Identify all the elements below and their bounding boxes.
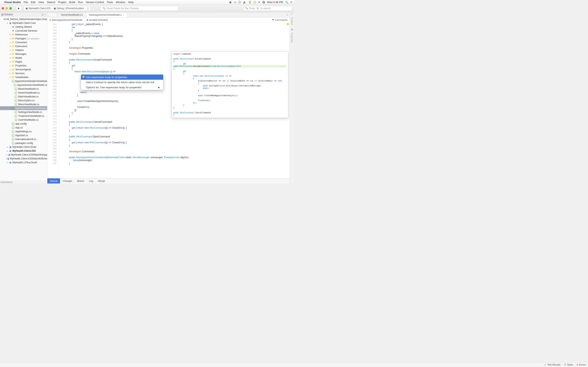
code-editor[interactable]: 1431441451461471481491501511521531541551… [47, 22, 290, 178]
tree-row[interactable]: ▸▣MyHealth.Client.iOSWatchKitExtension [0, 157, 47, 160]
bottom-tab-source[interactable]: Source [47, 178, 60, 184]
nav-forward-button[interactable]: › [53, 13, 56, 17]
menu-view[interactable]: View [38, 1, 44, 4]
menu-icon[interactable]: ≡ [290, 1, 292, 4]
tree-row[interactable]: ▸📁Services [0, 71, 47, 75]
panel-settings-icon[interactable]: ◫ [42, 13, 44, 16]
tree-row[interactable]: ▸📁Properties [0, 64, 47, 67]
tree-row[interactable]: cUserViewModel.cs [0, 118, 47, 122]
tab-newappointmentviewmodel[interactable]: NewAppointmentViewModel.c × [86, 12, 127, 17]
menu-build[interactable]: Build [69, 1, 75, 4]
tree-row[interactable]: ▸📁Messages [0, 52, 47, 56]
wifi-icon[interactable]: ✶ [258, 1, 260, 4]
solution-panel-title: Solution [4, 13, 13, 16]
tree-row[interactable]: cAppStart.cs [0, 133, 47, 137]
properties-tool-icon[interactable]: ▤ [291, 28, 293, 31]
menu-vc[interactable]: Version Control [86, 1, 104, 4]
text-tool-icon[interactable]: T [291, 13, 293, 16]
run-target-selector[interactable]: ▣ MyHealth.Client.iOS › ▣ Debug | iPhone… [24, 6, 90, 11]
tree-row[interactable]: ▸📁Packages(13 updates) [0, 36, 47, 40]
bottom-tab-blame[interactable]: Blame [75, 178, 86, 184]
tree-row[interactable]: ▾📁ViewModels [0, 75, 47, 79]
chevron-right-icon: › [52, 7, 52, 10]
display-icon[interactable]: ▭ [234, 1, 236, 4]
menu-project[interactable]: Project [58, 1, 66, 4]
tree-row[interactable]: cHomeViewModel.cs [0, 91, 47, 95]
close-icon[interactable]: × [123, 14, 124, 16]
editor-area: ‹ › HomeViewModel.cs NewAppointmentViewM… [47, 12, 290, 184]
tree-row[interactable]: cTreatmentViewModel.cs [0, 114, 47, 118]
tree-row[interactable]: cMenuViewModel.cs [0, 102, 47, 106]
quickfix-item-contract[interactable]: Add a Contract to specify the return val… [81, 80, 163, 85]
menu-tools[interactable]: Tools [107, 1, 113, 4]
target-project: MyHealth.Client.iOS [28, 7, 51, 10]
minimize-window[interactable] [6, 7, 8, 9]
app-name[interactable]: Visual Studio [4, 1, 21, 4]
tree-row[interactable]: cApp.cs [0, 125, 47, 129]
tree-row[interactable]: cAppointmentDetailsViewModel.cs [0, 79, 47, 83]
tree-row[interactable]: cMenuOption.cs [0, 99, 47, 102]
tree-row[interactable]: cSettingsViewModel.cs [0, 110, 47, 114]
tree-row[interactable]: cpackages.config [0, 141, 47, 145]
info-icon[interactable]: ⓘ [238, 0, 241, 4]
tree-row[interactable]: cInternationalUnit.cs [0, 137, 47, 141]
tree-row[interactable]: ▸📁Extensions [0, 44, 47, 48]
status-icon[interactable]: ◐ [229, 1, 232, 4]
power-icon[interactable]: ⏻ [262, 1, 265, 4]
tree-row[interactable]: ▸▣MyHealth.UITest.Droid [0, 160, 47, 164]
zoom-window[interactable] [9, 7, 12, 9]
sidebar-scrollbar[interactable] [0, 181, 47, 184]
tree-row[interactable]: ▸📁Helpers [0, 48, 47, 52]
tree-row[interactable]: ▾▾04_Demos_NativeXamarinApps (master) [0, 17, 47, 21]
solution-tree[interactable]: ▾▾04_Demos_NativeXamarinApps (master)▾▣M… [0, 17, 47, 181]
menu-search[interactable]: Search [47, 1, 55, 4]
tab-overflow-icon[interactable]: ▾ [285, 14, 290, 16]
global-search-field[interactable]: 🔍 Press '⌘.' to search [243, 6, 292, 11]
breadcrumb-right[interactable]: Commands [275, 18, 287, 21]
quickfix-item-options[interactable]: Options for 'Use expression body for pro… [81, 85, 163, 90]
breadcrumb-class[interactable]: NewAppointmentViewModel [52, 18, 82, 21]
airplay-icon[interactable]: ▢ [254, 1, 256, 4]
tree-row[interactable]: ▸▣MyHealth.Client.iOS [0, 149, 47, 153]
tree-row[interactable]: ▾▣MyHealth.Client.Core [0, 21, 47, 25]
quickfix-item-expression-body[interactable]: 💡 Use expression body for properties [81, 75, 163, 80]
tree-row[interactable]: ▸📁References [0, 33, 47, 36]
menu-run[interactable]: Run [78, 1, 83, 4]
warning-indicator-icon[interactable] [287, 23, 289, 25]
bottom-tab-log[interactable]: Log [86, 178, 95, 184]
tree-row[interactable]: ▸▣MyHealth.Client.iOSWatchKitApp [0, 153, 47, 157]
tree-row[interactable]: ✦Connected Services [0, 29, 47, 33]
tree-row[interactable]: cNewAppointmentViewModel.cs [0, 106, 47, 110]
run-button[interactable]: ▶ [16, 6, 22, 11]
toolbox-tab[interactable]: Toolbox [290, 16, 294, 26]
tree-row[interactable]: ▸📁ServiceAgents [0, 67, 47, 71]
tree-row[interactable]: ▸📁Converters [0, 40, 47, 44]
breadcrumb-member[interactable]: AcceptCommand [89, 18, 108, 21]
tab-homeviewmodel[interactable]: HomeViewModel.cs [58, 12, 86, 17]
tree-row[interactable]: ▸📁Model [0, 56, 47, 60]
tree-row[interactable]: cAppointmentsViewModel.cs [0, 83, 47, 87]
nav-back-button[interactable]: ‹ [49, 13, 52, 17]
tree-row[interactable]: ✦Getting Started [0, 25, 47, 29]
tree-row[interactable]: cMainViewModel.cs [0, 95, 47, 99]
battery-icon[interactable]: 🔋 [248, 1, 251, 4]
tree-row[interactable]: ▸▣MyHealth.Client.Droid [0, 145, 47, 149]
spotlight-icon[interactable]: 🔍 [285, 1, 288, 4]
clock[interactable]: Wed 3:46 PM [267, 1, 283, 4]
properties-tab[interactable]: Properties [290, 31, 294, 44]
panel-close-icon[interactable]: × [44, 13, 46, 16]
title-search-field[interactable]: 🔍 Visual Studio for Mac Preview [101, 6, 178, 11]
bottom-tab-merge[interactable]: Merge [95, 178, 107, 184]
menu-edit[interactable]: Edit [31, 1, 35, 4]
bottom-tab-changes[interactable]: Changes [60, 178, 75, 184]
tree-row[interactable]: cAppSettings.cs [0, 129, 47, 133]
tree-row[interactable]: cBaseViewModel.cs [0, 87, 47, 91]
close-window[interactable] [2, 7, 4, 9]
menu-help[interactable]: Help [128, 1, 134, 4]
volume-icon[interactable]: 🔈 [243, 1, 246, 4]
tree-row[interactable]: capp.config [0, 122, 47, 125]
menu-window[interactable]: Window [116, 1, 125, 4]
menu-file[interactable]: File [24, 1, 28, 4]
app-toolbar: ▶ ▣ MyHealth.Client.iOS › ▣ Debug | iPho… [0, 4, 294, 12]
tree-row[interactable]: ▸📁Pages [0, 60, 47, 64]
